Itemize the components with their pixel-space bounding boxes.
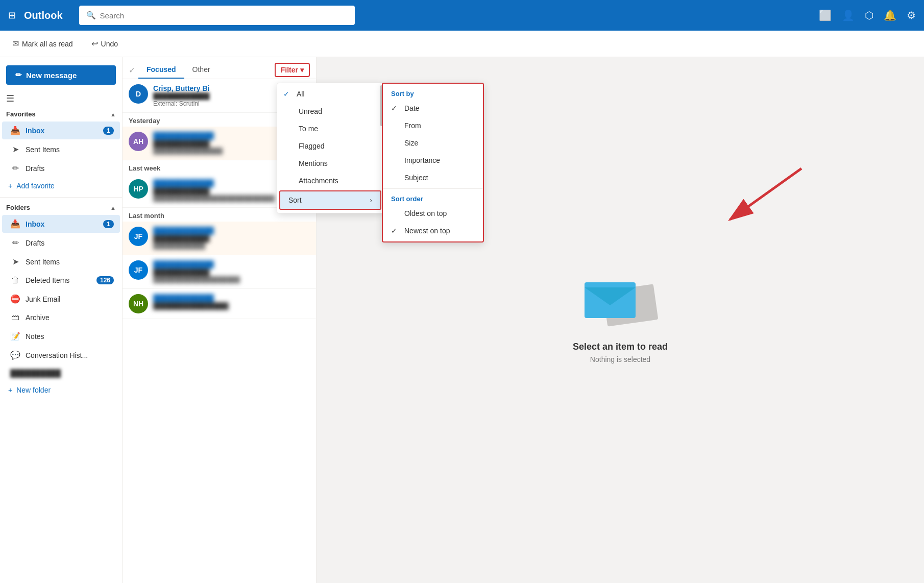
new-folder-link[interactable]: + New folder	[0, 382, 122, 398]
sidebar-item-notes[interactable]: 📝 Notes	[2, 327, 120, 345]
new-folder-icon: +	[8, 386, 12, 394]
undo-icon: ↩	[91, 39, 98, 48]
undo-button[interactable]: ↩ Undo	[87, 37, 122, 51]
junk-icon: ⛔	[10, 294, 20, 304]
sidebar-item-sent[interactable]: ➤ Sent Items	[2, 253, 120, 271]
check-icon-date: ✓	[391, 104, 399, 112]
sidebar-divider	[0, 197, 122, 198]
envelope-flap	[585, 287, 636, 305]
avatar: NH	[129, 294, 148, 313]
drafts-folder-icon: ✏	[10, 238, 20, 248]
reading-pane-subtitle: Nothing is selected	[573, 355, 668, 363]
compose-icon: ✏	[15, 70, 22, 80]
bell-icon[interactable]: 🔔	[884, 9, 896, 21]
toolbar: ✉ Mark all as read ↩ Undo	[0, 31, 924, 57]
favorites-section-header[interactable]: Favorites ▲	[0, 107, 122, 121]
drafts-icon: ✏	[10, 163, 20, 173]
folders-section-header[interactable]: Folders ▲	[0, 201, 122, 214]
sidebar-item-history[interactable]: 💬 Conversation Hist...	[2, 346, 120, 364]
new-message-button[interactable]: ✏ New message	[6, 65, 116, 85]
grid-icon[interactable]: ⊞	[8, 10, 16, 21]
sort-item-importance[interactable]: ✓ Importance	[383, 152, 483, 169]
avatar: JF	[129, 260, 148, 280]
inbox-folder-icon: 📥	[10, 219, 20, 229]
sort-item-newest[interactable]: ✓ Newest on top	[383, 222, 483, 239]
reading-pane-empty-state: Select an item to read Nothing is select…	[573, 277, 668, 363]
search-icon: 🔍	[86, 11, 96, 20]
avatar: HP	[129, 179, 148, 199]
sidebar-item-sent-favorite[interactable]: ➤ Sent Items	[2, 140, 120, 158]
sidebar-item-inbox[interactable]: 📥 Inbox 1	[2, 215, 120, 233]
sort-item-subject[interactable]: ✓ Subject	[383, 169, 483, 186]
sent-folder-icon: ➤	[10, 257, 20, 266]
avatar: D	[129, 84, 148, 104]
mark-all-read-button[interactable]: ✉ Mark all as read	[8, 37, 77, 51]
email-item[interactable]: JF ████████████ ████████████ ███████████…	[123, 222, 316, 255]
inbox-icon: 📥	[10, 126, 20, 135]
tab-other[interactable]: Other	[184, 61, 218, 79]
mark-read-icon: ✉	[12, 39, 19, 48]
add-favorite-link[interactable]: + Add favorite	[0, 178, 122, 194]
avatar: AH	[129, 132, 148, 151]
email-content: ████████████ ████████████ ████████████	[153, 227, 310, 250]
sort-submenu: Sort by ✓ Date ✓ From ✓ Size ✓ Importanc…	[382, 83, 484, 242]
sort-by-header: Sort by	[383, 86, 483, 100]
favorites-chevron: ▲	[110, 111, 116, 117]
check-icon-all: ✓	[283, 90, 291, 98]
email-item[interactable]: NH ████████████ ████████████████	[123, 289, 316, 319]
notes-icon: 📝	[10, 331, 20, 341]
history-icon: 💬	[10, 350, 20, 360]
topbar: ⊞ Outlook 🔍 ⬜ 👤 ⬡ 🔔 ⚙	[0, 0, 924, 31]
share-icon[interactable]: ⬡	[865, 9, 873, 21]
presenter-icon[interactable]: ⬜	[819, 9, 832, 21]
sort-chevron-icon: ›	[370, 196, 372, 204]
envelope-front	[585, 282, 636, 318]
app-logo: Outlook	[24, 10, 63, 21]
sidebar-item-archive[interactable]: 🗃 Archive	[2, 309, 120, 326]
topbar-actions: ⬜ 👤 ⬡ 🔔 ⚙	[819, 9, 916, 21]
search-input[interactable]	[100, 11, 348, 20]
folders-chevron: ▲	[110, 205, 116, 211]
tab-check-icon[interactable]: ✓	[129, 65, 135, 75]
archive-icon: 🗃	[10, 313, 20, 322]
sent-icon: ➤	[10, 144, 20, 154]
sidebar-item-drafts-favorite[interactable]: ✏ Drafts	[2, 159, 120, 177]
sort-item-oldest[interactable]: ✓ Oldest on top	[383, 205, 483, 222]
check-icon-newest: ✓	[391, 227, 399, 235]
filter-item-all[interactable]: ✓ All	[277, 85, 383, 103]
filter-button[interactable]: Filter ▾	[275, 63, 310, 77]
filter-item-sort[interactable]: Sort ›	[279, 190, 381, 210]
filter-item-tome[interactable]: ✓ To me	[277, 120, 383, 137]
sidebar-item-blurred[interactable]: ██████████	[2, 365, 120, 381]
sidebar-item-deleted[interactable]: 🗑 Deleted Items 126	[2, 272, 120, 289]
avatar: JF	[129, 227, 148, 246]
sidebar-item-inbox-favorite[interactable]: 📥 Inbox 1	[2, 122, 120, 139]
email-content: ████████████ ████████████████	[153, 294, 310, 310]
sort-order-header: Sort order	[383, 191, 483, 205]
sidebar-item-drafts[interactable]: ✏ Drafts	[2, 234, 120, 252]
deleted-icon: 🗑	[10, 276, 20, 285]
switch-person-icon[interactable]: 👤	[842, 9, 855, 21]
sort-divider	[383, 188, 483, 189]
filter-item-flagged[interactable]: ✓ Flagged	[277, 137, 383, 155]
reading-pane-title: Select an item to read	[573, 342, 668, 352]
filter-item-attachments[interactable]: ✓ Attachments	[277, 172, 383, 189]
envelope-illustration	[585, 277, 656, 333]
add-icon: +	[8, 182, 12, 190]
tab-focused[interactable]: Focused	[138, 61, 184, 79]
filter-item-mentions[interactable]: ✓ Mentions	[277, 155, 383, 172]
sidebar: ✏ New message ☰ Favorites ▲ 📥 Inbox 1 ➤ …	[0, 57, 123, 583]
hamburger-icon: ☰	[6, 93, 14, 104]
sidebar-toggle[interactable]: ☰	[0, 91, 122, 107]
filter-chevron-icon: ▾	[300, 66, 304, 74]
settings-icon[interactable]: ⚙	[907, 9, 916, 21]
sort-item-date[interactable]: ✓ Date	[383, 100, 483, 117]
email-tabs: ✓ Focused Other Filter ▾	[123, 57, 316, 79]
sort-item-size[interactable]: ✓ Size	[383, 134, 483, 152]
filter-item-unread[interactable]: ✓ Unread	[277, 103, 383, 120]
sidebar-item-junk[interactable]: ⛔ Junk Email	[2, 290, 120, 308]
email-content: ████████████ ████████████ ██████████████…	[153, 260, 310, 283]
search-bar[interactable]: 🔍	[79, 6, 355, 25]
sort-item-from[interactable]: ✓ From	[383, 117, 483, 134]
email-item[interactable]: JF ████████████ ████████████ ███████████…	[123, 255, 316, 289]
